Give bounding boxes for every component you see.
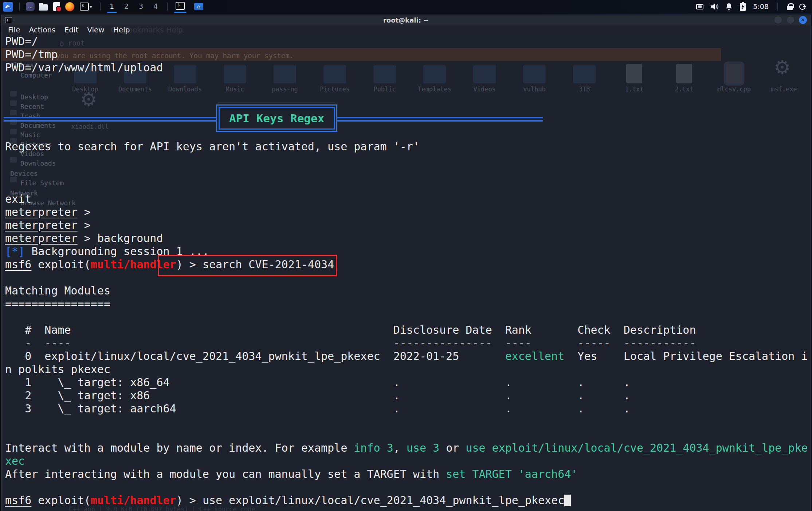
close-button[interactable]: ✕ (799, 16, 807, 24)
menu-actions[interactable]: Actions (29, 25, 55, 34)
window-controls: ✕ (774, 16, 807, 24)
terminal-icon: $_ (176, 2, 185, 10)
menu-view[interactable]: View (87, 25, 104, 34)
workspace-2[interactable]: 2 (121, 1, 132, 12)
ghost-folder-icon (473, 65, 496, 83)
ghost-sidebar-icon (10, 110, 17, 115)
hint-info-command: info 3 (354, 441, 393, 454)
pwd-output: PWD=/tmp (5, 48, 58, 61)
terminal-prompt-line[interactable]: msf6 exploit(multi/handler) > use exploi… (5, 494, 571, 507)
api-keys-banner: API Keys Regex (216, 104, 337, 132)
terminal-line: meterpreter > (5, 219, 97, 232)
files-app-button[interactable]: ⋯ (26, 2, 35, 11)
display-icon[interactable] (696, 4, 703, 9)
table-row: 1 \_ target: x86_64 . . . . (5, 376, 630, 389)
terminal-icon: $_ (80, 3, 89, 11)
table-header-row: # Name Disclosure Date Rank Check Descri… (5, 324, 696, 337)
file-manager-button[interactable] (39, 2, 48, 11)
ghost-icon-label: xiaodi.dll (71, 120, 109, 133)
text-editor-button[interactable] (52, 2, 61, 11)
task-list: $_ ⌂ (173, 1, 205, 12)
kali-dragon-icon (4, 3, 12, 10)
task-terminal[interactable]: $_ (173, 1, 187, 12)
terminal-line: Regexes to search for API keys aren't ac… (5, 140, 420, 153)
ghost-sidebar-icon (10, 100, 17, 106)
top-panel: ⋯ $_ ▾ 1 2 3 4 $_ ⌂ (0, 0, 812, 13)
terminal-line: ================ (5, 297, 110, 310)
ghost-menu-text: Go Bookmarks Help (111, 25, 183, 34)
terminal-line: exit (5, 193, 31, 206)
hint-text: Interact with a module by name or index.… (5, 441, 354, 454)
clock[interactable]: 5:08 (753, 3, 769, 11)
prompt-text: exploit( (31, 258, 91, 271)
ghost-icon-label: Pictures (320, 83, 350, 96)
prompt-separator: > (78, 232, 97, 245)
msf6-prompt: msf6 (5, 258, 31, 271)
lock-screen-icon[interactable] (787, 6, 793, 10)
matching-modules-title: Matching Modules (5, 284, 110, 297)
terminal-line: PWD=/tmp (5, 48, 58, 61)
workspace-4[interactable]: 4 (150, 1, 161, 12)
prompt-separator: > (78, 206, 97, 218)
prompt-text: ) > (176, 494, 203, 507)
terminal-titlebar[interactable]: ❯ root@kali: ~ ✕ (1, 15, 811, 25)
ghost-icon-label: 1.txt (625, 83, 643, 96)
module-description-wrap: n polkits pkexec (5, 363, 110, 376)
ghost-gear-icon: ⚙ (80, 93, 97, 106)
power-icon[interactable] (799, 4, 805, 10)
terminal-line: meterpreter > (5, 206, 97, 219)
panel-separator (777, 3, 778, 11)
volume-icon[interactable] (710, 3, 719, 11)
meterpreter-prompt: meterpreter (5, 219, 78, 231)
ghost-icon-label: 3TB (579, 83, 590, 96)
prompt-separator: > (78, 219, 97, 231)
kali-menu-button[interactable] (3, 2, 13, 12)
table-header: # Name Disclosure Date Rank Check Descri… (5, 324, 696, 336)
table-dashes: - ---- --------------- ---- ----- ------… (5, 337, 696, 349)
ghost-folder-icon (523, 65, 546, 83)
desktop: ⋯ $_ ▾ 1 2 3 4 $_ ⌂ (0, 0, 812, 511)
ghost-sidebar-icon (10, 157, 17, 163)
ghost-icon-label: dlcsv.cpp (717, 83, 751, 96)
table-row: 0 exploit/linux/local/cve_2021_4034_pwnk… (5, 350, 808, 363)
ghost-icon-label: 2.txt (675, 83, 693, 96)
banner-title: API Keys Regex (219, 107, 335, 130)
hint-use-path-command: use exploit/linux/local/cve_2021_4034_pw… (466, 441, 808, 454)
terminal-menubar: File Actions Edit View Help Go Bookmarks… (1, 25, 811, 35)
ghost-folder-icon (274, 65, 296, 83)
ghost-gear-icon: ⚙ (774, 61, 791, 74)
ghost-icon-label: Music (225, 83, 244, 96)
ghost-folder-icon (224, 65, 246, 83)
hint-use-command: use 3 (407, 441, 439, 454)
target-row: 1 \_ target: x86_64 . . . . (5, 376, 630, 389)
module-name: multi/handler (91, 494, 176, 507)
terminal-launcher-button[interactable]: $_ ▾ (78, 2, 94, 11)
ghost-sidebar-icon (10, 177, 17, 182)
firefox-button[interactable] (65, 2, 74, 11)
notifications-bell-icon[interactable] (725, 3, 733, 11)
minimize-button[interactable] (774, 16, 782, 24)
check-value: Yes (564, 350, 624, 363)
table-row: 3 \_ target: aarch64 . . . . (5, 402, 630, 415)
hint-set-target-command: set TARGET 'aarch64' (446, 468, 577, 480)
task-file-manager[interactable]: ⌂ (192, 1, 205, 12)
annotation-rectangle (158, 255, 337, 276)
ghost-file-icon (676, 64, 692, 83)
workspace-1[interactable]: 1 (106, 1, 117, 12)
menu-edit[interactable]: Edit (64, 25, 79, 34)
module-path: 0 exploit/linux/local/cve_2021_4034_pwnk… (5, 350, 505, 363)
window-title: root@kali: ~ (1, 16, 811, 24)
home-folder-icon: ⌂ (194, 3, 203, 10)
maximize-button[interactable] (786, 16, 795, 24)
chevron-down-icon[interactable]: ▾ (90, 4, 92, 9)
ghost-icon-label: Public (373, 83, 396, 96)
ghost-folder-icon (423, 65, 446, 83)
menu-file[interactable]: File (8, 25, 20, 34)
terminal-content[interactable]: you are using the root account. You may … (1, 35, 811, 511)
ghost-sidebar-icon (10, 91, 17, 96)
meterpreter-prompt: meterpreter (5, 206, 78, 218)
battery-charging-icon[interactable] (739, 2, 746, 11)
folder-icon (39, 4, 48, 11)
workspace-3[interactable]: 3 (136, 1, 146, 12)
ghost-file-icon-selected (726, 64, 742, 83)
